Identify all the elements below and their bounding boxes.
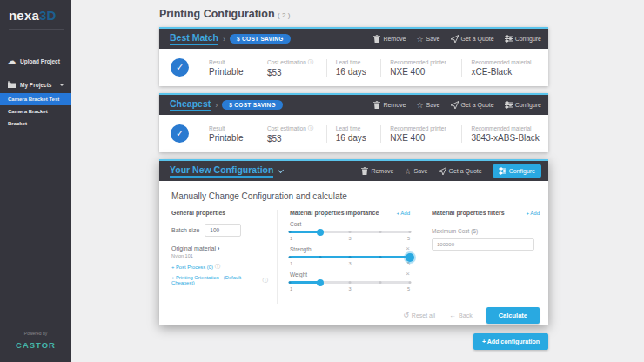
castor-brand: CASTOR — [16, 340, 56, 350]
add-importance-link[interactable]: + Add — [396, 211, 410, 216]
importance-heading: Material properties importance — [290, 210, 379, 216]
cheapest-tab[interactable]: Cheapest — [170, 98, 211, 111]
logo-text-nexa: nexa — [9, 8, 39, 23]
cost-importance-slider: Cost × 135 — [290, 220, 410, 241]
save-button[interactable]: ☆ Save — [416, 101, 439, 110]
result-field: Result Printable — [200, 125, 258, 143]
add-configuration-button[interactable]: + Add configuration — [473, 333, 548, 350]
sidebar-item-project-2[interactable]: Bracket — [0, 117, 71, 130]
star-icon: ☆ — [416, 35, 423, 44]
importance-column: Material properties importance + Add Cos… — [277, 210, 419, 304]
slider-tick-dot — [349, 281, 352, 284]
slider-track[interactable] — [290, 231, 410, 233]
cheapest-results-row: ✓ Result Printable Cost estimationⓘ $53 … — [159, 115, 548, 152]
lead-time-field: Lead time 16 days — [326, 125, 381, 143]
chevron-down-icon — [59, 84, 64, 86]
cost-estimation-field: Cost estimationⓘ $53 — [258, 124, 326, 144]
info-icon[interactable]: ⓘ — [308, 58, 314, 66]
slider-handle[interactable] — [317, 279, 324, 286]
cheapest-card: Cheapest › $ COST SAVING Remove ☆ Save — [159, 93, 548, 152]
cost-saving-badge: $ COST SAVING — [230, 34, 291, 44]
recommended-printer-field: Recommended printer NXE 400 — [380, 59, 461, 77]
your-new-configuration-tab[interactable]: Your New Configuration — [170, 164, 273, 178]
folder-icon — [8, 81, 16, 88]
general-properties-column: General properties Batch size Original m… — [159, 210, 277, 304]
back-button[interactable]: ← Back — [449, 312, 473, 319]
cloud-upload-icon: ☁ — [8, 57, 16, 65]
remove-button[interactable]: Remove — [361, 167, 393, 175]
batch-size-input[interactable] — [205, 224, 241, 237]
best-match-tab[interactable]: Best Match — [170, 32, 218, 45]
upload-project-label: Upload Project — [20, 58, 60, 64]
sidebar-item-project-0[interactable]: Camera Bracket Test — [0, 93, 71, 105]
weight-importance-slider: Weight × 135 — [290, 271, 410, 292]
section-title: Manually Change Configuration and calcul… — [159, 181, 548, 201]
save-button[interactable]: ☆ Save — [404, 167, 427, 176]
remove-button[interactable]: Remove — [373, 101, 406, 109]
page-title: Printing Configuration ( 2 ) — [159, 8, 548, 20]
info-icon[interactable]: ⓘ — [215, 263, 221, 271]
sliders-icon — [499, 167, 506, 175]
printing-orientation-link[interactable]: + Printing Orientation - (Default Cheape… — [171, 275, 268, 285]
printable-check-icon: ✓ — [171, 124, 189, 143]
slider-tick-dot — [379, 281, 381, 284]
powered-by-castor: Powered by CASTOR — [0, 331, 71, 352]
batch-size-label: Batch size — [171, 227, 199, 233]
configure-button-active[interactable]: Configure — [493, 164, 541, 178]
configure-button[interactable]: Configure — [505, 35, 541, 43]
send-icon — [451, 35, 459, 43]
maximum-cost-label: Maximum Cost ($) — [432, 228, 540, 234]
add-filter-link[interactable]: + Add — [526, 211, 540, 216]
sidebar-item-project-1[interactable]: Camera Bracket — [0, 105, 71, 117]
slider-handle[interactable] — [317, 229, 324, 236]
cheapest-card-header: Cheapest › $ COST SAVING Remove ☆ Save — [159, 95, 548, 115]
slider-tick-dot — [379, 231, 381, 233]
original-material-link[interactable]: Original material › — [171, 245, 268, 251]
cost-estimation-field: Cost estimationⓘ $53 — [258, 58, 326, 77]
slider-tick-dot — [349, 256, 352, 258]
my-projects-toggle[interactable]: My Projects — [0, 76, 71, 93]
configuration-footer: ↺ Reset all ← Back Calculate — [159, 305, 548, 325]
upload-project-button[interactable]: ☁ Upload Project — [0, 52, 71, 70]
best-match-card: Best Match › $ COST SAVING Remove ☆ Save — [159, 27, 548, 86]
get-a-quote-button[interactable]: Get a Quote — [451, 35, 494, 43]
maximum-cost-input[interactable] — [432, 238, 534, 251]
remove-slider-icon[interactable]: × — [406, 245, 410, 252]
configure-button[interactable]: Configure — [505, 101, 541, 109]
recommended-material-field: Recommended material 3843-xABS-Black — [461, 125, 548, 143]
info-icon[interactable]: ⓘ — [308, 124, 314, 132]
slider-track[interactable] — [290, 281, 410, 284]
slider-tick-dot — [379, 256, 381, 258]
recommended-material-field: Recommended material xCE-Black — [461, 59, 548, 77]
page-title-text: Printing Configuration — [159, 8, 275, 20]
post-process-link[interactable]: + Post Process (0)ⓘ — [171, 263, 268, 271]
slider-track[interactable] — [290, 256, 410, 258]
chevron-right-icon: › — [215, 101, 218, 110]
filters-column: Material properties filters + Add Maximu… — [419, 210, 548, 304]
save-button[interactable]: ☆ Save — [416, 35, 439, 44]
info-icon[interactable]: ⓘ — [263, 277, 269, 285]
star-icon: ☆ — [416, 101, 423, 110]
chevron-down-icon[interactable] — [278, 167, 284, 173]
remove-button[interactable]: Remove — [373, 35, 406, 43]
send-icon — [439, 167, 446, 175]
sliders-icon — [505, 35, 513, 43]
printable-check-icon: ✓ — [171, 58, 189, 77]
get-a-quote-button[interactable]: Get a Quote — [451, 101, 494, 109]
reset-all-button[interactable]: ↺ Reset all — [403, 312, 435, 319]
calculate-button[interactable]: Calculate — [486, 307, 540, 324]
app-root: nexa3D ☁ Upload Project My Projects Came… — [0, 0, 644, 362]
powered-by-label: Powered by — [0, 331, 71, 336]
my-projects-label: My Projects — [20, 82, 52, 88]
logo-text-3d: 3D — [39, 8, 57, 23]
filters-heading: Material properties filters — [432, 210, 505, 216]
remove-slider-icon[interactable]: × — [406, 271, 410, 278]
cost-saving-badge: $ COST SAVING — [222, 100, 283, 110]
star-icon: ☆ — [404, 167, 411, 176]
reset-icon: ↺ — [403, 312, 409, 319]
get-a-quote-button[interactable]: Get a Quote — [439, 167, 482, 175]
main-area: Printing Configuration ( 2 ) Best Match … — [71, 0, 644, 362]
result-field: Result Printable — [200, 59, 258, 77]
sidebar-divider — [9, 29, 64, 30]
slider-handle[interactable] — [406, 253, 414, 262]
